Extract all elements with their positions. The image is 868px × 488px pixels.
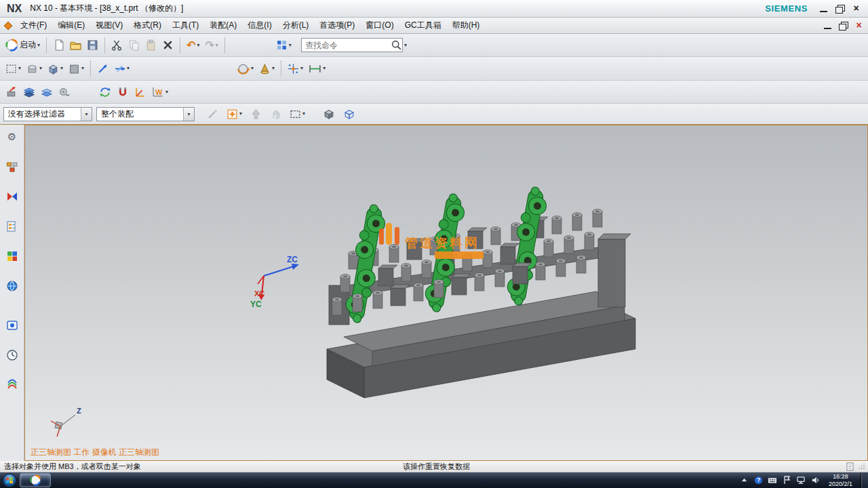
- menu-preferences[interactable]: 首选项(P): [314, 18, 360, 33]
- menu-help[interactable]: 帮助(H): [447, 18, 486, 33]
- delete-button[interactable]: [159, 37, 176, 53]
- undo-button[interactable]: ↶▾: [184, 38, 202, 53]
- menu-format[interactable]: 格式(R): [128, 18, 167, 33]
- selection-filter-dropdown[interactable]: 没有选择过滤器 ▾: [3, 107, 92, 121]
- rotate-view-button[interactable]: ▾: [234, 60, 256, 77]
- separator: [224, 37, 225, 54]
- annotation-button[interactable]: [56, 84, 73, 100]
- menu-view[interactable]: 视图(V): [90, 18, 128, 33]
- help-tray-icon[interactable]: ?: [753, 475, 764, 485]
- promote-selection-button[interactable]: [248, 106, 264, 122]
- dashed-rect-icon: [5, 63, 17, 75]
- menu-edit[interactable]: 编辑(E): [52, 18, 90, 33]
- selection-scope-dropdown[interactable]: 整个装配 ▾: [96, 107, 195, 121]
- constraint-navigator-button[interactable]: [5, 190, 19, 203]
- action-center-flag-icon[interactable]: [782, 475, 792, 485]
- search-icon[interactable]: [391, 39, 402, 51]
- marquee-select-button[interactable]: ▾: [287, 106, 308, 122]
- copy-button[interactable]: [125, 37, 142, 53]
- open-button[interactable]: [67, 37, 84, 53]
- menu-file[interactable]: 文件(F): [15, 18, 52, 33]
- orientation-triad[interactable]: ZC XC YC: [250, 255, 299, 309]
- menu-gc-toolbox[interactable]: GC工具箱: [399, 18, 447, 33]
- snap-wand-button[interactable]: [204, 106, 221, 122]
- snap-point-button[interactable]: ▾: [285, 61, 306, 77]
- status-message: 选择对象并使用 MB3，或者双击某一对象: [4, 462, 141, 472]
- pan-select-button[interactable]: [267, 106, 284, 122]
- move-component-button[interactable]: [3, 84, 20, 100]
- window-palette-button[interactable]: [5, 319, 19, 332]
- add-to-selection-button[interactable]: ▾: [224, 106, 245, 122]
- assembly-navigator-button[interactable]: [5, 160, 19, 174]
- minimize-button[interactable]: [818, 4, 829, 13]
- layer-visible-button[interactable]: [38, 84, 56, 100]
- status-hint: 该操作重置恢复数据: [403, 462, 470, 472]
- paste-button[interactable]: [142, 37, 159, 53]
- start-button[interactable]: 启动 ▾: [3, 37, 43, 54]
- hidden-icons-button[interactable]: [739, 475, 749, 485]
- triad-z-label: ZC: [287, 255, 298, 264]
- menu-analysis[interactable]: 分析(L): [277, 18, 315, 33]
- menu-tools[interactable]: 工具(T): [167, 18, 204, 33]
- siemens-logo: SIEMENS: [765, 3, 808, 14]
- web-browser-button[interactable]: [5, 279, 19, 293]
- nx-start-icon: [5, 39, 18, 52]
- open-folder-icon: [70, 39, 81, 51]
- part-navigator-button[interactable]: [5, 220, 19, 233]
- wcs-button[interactable]: W▾: [149, 84, 171, 100]
- reuse-library-button[interactable]: [5, 249, 19, 263]
- show-hide-button[interactable]: ▾: [24, 61, 45, 77]
- mdi-minimize-button[interactable]: [823, 21, 833, 30]
- save-button[interactable]: [84, 37, 101, 53]
- selection-scope-value: 整个装配: [97, 108, 183, 120]
- datum-display-button[interactable]: [94, 61, 111, 77]
- menu-information[interactable]: 信息(I): [242, 18, 277, 33]
- input-method-icon[interactable]: [768, 475, 778, 485]
- roles-button[interactable]: [5, 378, 19, 392]
- shaded-display-button[interactable]: [320, 106, 338, 122]
- taskbar-clock[interactable]: 16:28 2020/2/1: [829, 473, 852, 487]
- close-button[interactable]: ×: [851, 4, 861, 13]
- layer-settings-button[interactable]: [20, 84, 38, 100]
- separator: [104, 37, 105, 54]
- new-button[interactable]: [50, 37, 67, 53]
- touch-mode-button[interactable]: ▾: [273, 37, 294, 53]
- menu-assemblies[interactable]: 装配(A): [204, 18, 242, 33]
- datum-csys-button[interactable]: [132, 84, 149, 100]
- background-icon: [68, 63, 80, 75]
- gear-icon: ⚙: [7, 131, 16, 143]
- graphics-window[interactable]: 管道资料网 ZC XC YC: [24, 125, 868, 461]
- view-overlay-button[interactable]: ▾: [3, 61, 24, 77]
- restore-button[interactable]: [835, 4, 845, 13]
- display-mode-button[interactable]: ▾: [45, 61, 66, 77]
- status-bar: 选择对象并使用 MB3，或者双击某一对象 该操作重置恢复数据: [0, 461, 868, 472]
- redo-button[interactable]: ↷▾: [202, 38, 220, 53]
- search-options-chevron-icon[interactable]: ▾: [404, 43, 407, 48]
- transform-button[interactable]: ▾: [111, 61, 132, 77]
- wireframe-display-button[interactable]: [340, 106, 358, 122]
- snap-magnet-button[interactable]: [114, 84, 132, 100]
- start-button[interactable]: [2, 473, 17, 488]
- history-button[interactable]: [5, 348, 19, 362]
- network-icon[interactable]: [796, 475, 806, 485]
- background-button[interactable]: ▾: [66, 61, 87, 77]
- mdi-close-button[interactable]: ×: [854, 21, 864, 30]
- status-page-icon[interactable]: [846, 462, 854, 471]
- volume-icon[interactable]: [810, 475, 821, 485]
- measure-button[interactable]: ▾: [306, 61, 328, 77]
- model-canvas[interactable]: 管道资料网 ZC XC YC: [25, 125, 867, 460]
- mdi-restore-button[interactable]: [838, 21, 848, 30]
- resource-options-button[interactable]: ⚙: [5, 130, 19, 144]
- clock-date: 2020/2/1: [829, 481, 852, 487]
- assembly-navigator-icon: [6, 161, 18, 173]
- taskbar-nx-button[interactable]: [20, 473, 51, 487]
- show-desktop-button[interactable]: [861, 472, 868, 488]
- render-style-button[interactable]: ▾: [256, 61, 277, 77]
- object-display-button[interactable]: [96, 84, 114, 100]
- menu-window[interactable]: 窗口(O): [360, 18, 399, 33]
- resize-grip[interactable]: [859, 463, 865, 470]
- cut-button[interactable]: [108, 37, 125, 53]
- view-status-label: 正三轴测图 工作 摄像机 正三轴测图: [31, 447, 159, 458]
- search-input[interactable]: [302, 41, 391, 50]
- new-file-icon: [53, 39, 64, 51]
